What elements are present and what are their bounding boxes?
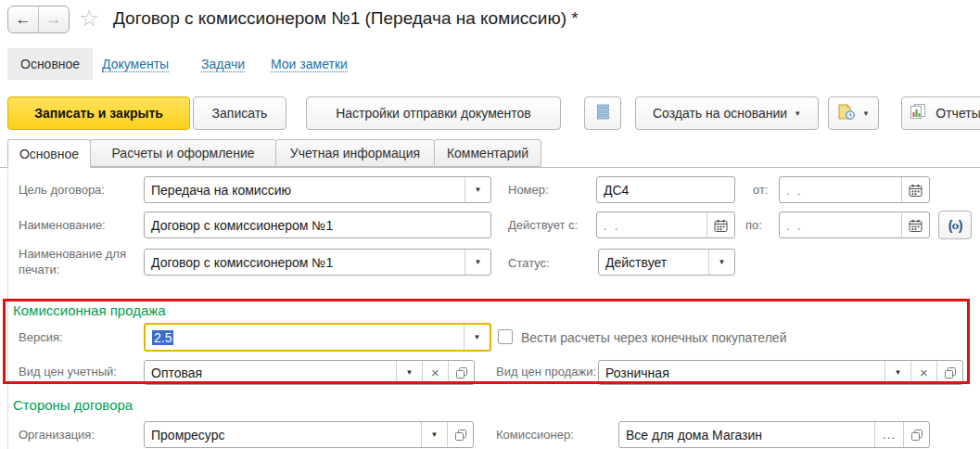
open-icon[interactable] [448, 361, 474, 384]
valid-from-label: Действует с: [508, 218, 578, 234]
name-label: Наименование: [19, 218, 106, 234]
chevron-down-icon[interactable]: ▼ [396, 361, 422, 384]
favorite-star-icon[interactable]: ☆ [79, 5, 99, 32]
organization-label: Организация: [19, 428, 95, 443]
status-value[interactable]: Действует [599, 250, 708, 275]
chevron-down-icon[interactable]: ▼ [421, 422, 447, 447]
purpose-combo[interactable]: Передача на комиссию ▼ [144, 176, 491, 203]
price-type-account-value[interactable]: Оптовая [145, 361, 396, 384]
purpose-label: Цель договора: [19, 183, 105, 199]
open-icon[interactable] [447, 422, 473, 447]
nav-link-notes[interactable]: Мои заметки [271, 57, 348, 72]
end-customers-checkbox-label: Вести расчеты через конечных покупателей [521, 330, 786, 345]
valid-to-label: по: [745, 218, 762, 234]
nav-item-osnovnoe[interactable]: Основное [7, 48, 93, 80]
status-combo[interactable]: Действует ▼ [598, 249, 735, 276]
create-based-on-button[interactable]: Создать на основании ▼ [635, 96, 819, 130]
purpose-value[interactable]: Передача на комиссию [145, 177, 465, 202]
from-date-input[interactable]: . . [779, 176, 930, 203]
selected-text: 2.5 [152, 330, 173, 345]
chevron-down-icon[interactable]: ▼ [465, 250, 490, 275]
calendar-icon[interactable] [901, 212, 929, 237]
version-combo[interactable]: 2.5 ▼ [144, 323, 491, 352]
reminder-icon [837, 104, 856, 122]
open-icon[interactable] [903, 422, 929, 447]
chevron-down-icon: ▼ [862, 109, 870, 118]
number-input[interactable]: ДС4 [596, 176, 735, 203]
page-title: Договор с комиссионером №1 (Передача на … [113, 8, 579, 29]
print-name-combo[interactable]: Договор с комиссионером №1 ▼ [144, 249, 491, 276]
commissioner-value[interactable]: Все для дома Магазин [619, 422, 874, 447]
print-name-label: Наименование для печати: [19, 247, 130, 278]
chevron-down-icon[interactable]: ▼ [708, 250, 734, 275]
document-send-settings-button[interactable]: Настройки отправки документов [306, 96, 561, 130]
clear-icon[interactable]: × [422, 361, 448, 384]
commissioner-label: Комиссионер: [496, 428, 574, 443]
commissioner-field[interactable]: Все для дома Магазин ... [618, 421, 930, 448]
reports-button[interactable]: Отчеты [901, 96, 980, 130]
price-type-sale-combo[interactable]: Розничная ▼ × [598, 360, 963, 385]
price-type-sale-label: Вид цен продажи: [496, 365, 596, 380]
chevron-down-icon: ▼ [794, 109, 801, 118]
reports-label: Отчеты [935, 106, 980, 121]
valid-to-value[interactable]: . . [780, 212, 901, 237]
nav-link-documents[interactable]: Документы [102, 57, 169, 72]
open-icon[interactable] [936, 361, 962, 384]
status-label: Статус: [508, 256, 550, 272]
valid-from-input[interactable]: . . [596, 212, 735, 238]
reports-icon [910, 104, 929, 122]
print-name-value[interactable]: Договор с комиссионером №1 [145, 250, 465, 275]
structure-button[interactable] [584, 96, 621, 130]
form-left-border [7, 169, 8, 449]
tab-uchetnaya[interactable]: Учетная информация [275, 139, 435, 167]
nav-link-tasks[interactable]: Задачи [201, 57, 245, 72]
from-date-value[interactable]: . . [780, 177, 901, 202]
price-type-account-label: Вид цен учетный: [19, 365, 117, 380]
version-value[interactable]: 2.5 [146, 325, 464, 350]
from-date-label: от: [753, 183, 769, 199]
structure-icon [597, 104, 609, 123]
number-label: Номер: [508, 183, 549, 199]
valid-to-input[interactable]: . . [779, 212, 930, 238]
version-label: Версия: [19, 330, 63, 346]
tab-osnovnoe[interactable]: Основное [7, 139, 91, 168]
price-type-sale-value[interactable]: Розничная [599, 361, 885, 384]
name-input[interactable]: Договор с комиссионером №1 [144, 212, 491, 238]
end-customers-checkbox[interactable] [498, 329, 513, 344]
parties-section-title: Стороны договора [13, 397, 133, 413]
chevron-down-icon[interactable]: ▼ [885, 361, 910, 384]
tab-strip-divider [0, 167, 980, 168]
price-type-account-combo[interactable]: Оптовая ▼ × [144, 360, 475, 385]
history-icon: (‹›) [948, 218, 962, 233]
tab-raschety[interactable]: Расчеты и оформление [90, 139, 276, 167]
back-arrow-icon[interactable]: ← [8, 6, 39, 32]
validity-history-button[interactable]: (‹›) [938, 211, 972, 239]
organization-combo[interactable]: Промресурс ▼ [144, 421, 474, 448]
valid-from-value[interactable]: . . [597, 212, 706, 237]
chevron-down-icon[interactable]: ▼ [464, 325, 490, 350]
number-value[interactable]: ДС4 [597, 177, 734, 202]
forward-arrow-icon[interactable]: → [39, 6, 69, 32]
save-button[interactable]: Записать [193, 96, 286, 130]
commission-section-title: Комиссионная продажа [13, 302, 166, 318]
reminder-button[interactable]: ▼ [828, 96, 879, 130]
calendar-icon[interactable] [706, 212, 734, 237]
create-based-on-label: Создать на основании [653, 106, 787, 121]
clear-icon[interactable]: × [910, 361, 936, 384]
save-and-close-button[interactable]: Записать и закрыть [7, 96, 190, 130]
tab-kommentariy[interactable]: Комментарий [434, 139, 541, 167]
chevron-down-icon[interactable]: ▼ [465, 177, 490, 202]
calendar-icon[interactable] [901, 177, 929, 202]
name-value[interactable]: Договор с комиссионером №1 [145, 212, 490, 237]
history-nav-buttons: ← → [7, 6, 70, 33]
organization-value[interactable]: Промресурс [145, 422, 421, 447]
ellipsis-icon[interactable]: ... [874, 422, 903, 447]
